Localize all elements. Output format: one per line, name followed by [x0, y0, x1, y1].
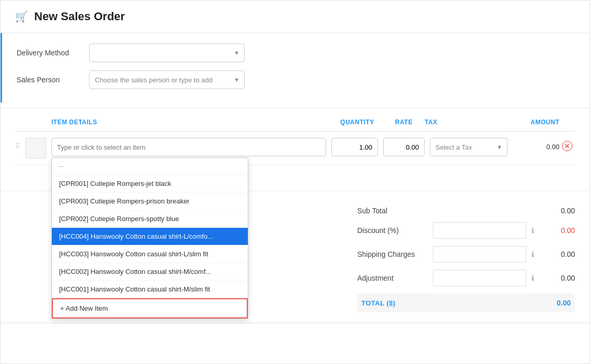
- adjustment-value: 0.00: [539, 274, 575, 282]
- add-new-item-button[interactable]: + Add New Item: [52, 298, 248, 318]
- summary-table: Sub Total 0.00 Discount (%) ℹ 0.00 Shipp…: [357, 207, 575, 312]
- discount-value: 0.00: [539, 226, 575, 235]
- page-footer: [1, 323, 589, 343]
- item-dropdown: ─ [CPR001] Cutiepie Rompers-jet black [C…: [51, 157, 248, 319]
- sales-person-select-wrapper: Choose the sales person or type to add ▼: [89, 70, 245, 89]
- cart-icon: 🛒: [15, 10, 28, 23]
- adjustment-input[interactable]: [433, 270, 526, 286]
- shipping-value: 0.00: [539, 250, 575, 258]
- discount-label: Discount (%): [357, 226, 433, 235]
- rate-input[interactable]: [383, 138, 425, 156]
- delivery-method-select[interactable]: [89, 43, 245, 62]
- dropdown-item-cpr003[interactable]: [CPR003] Cutiepie Rompers-prison breaker: [52, 193, 248, 210]
- dropdown-item-cpr001[interactable]: [CPR001] Cutiepie Rompers-jet black: [52, 175, 248, 193]
- total-label: TOTAL ($): [361, 299, 535, 307]
- delivery-method-label: Delivery Method: [17, 49, 89, 57]
- dropdown-item-cpr002[interactable]: [CPR002] Cutiepie Rompers-spotty blue: [52, 210, 248, 228]
- table-row: ⠿ ─ [CPR001] Cutiepie Rompers-jet black …: [15, 132, 575, 165]
- amount-cell: 0.00: [508, 138, 559, 151]
- page-title: New Sales Order: [34, 10, 125, 23]
- shipping-info-icon: ℹ: [526, 250, 539, 258]
- remove-icon[interactable]: ✕: [562, 141, 572, 151]
- adjustment-info-icon: ℹ: [526, 274, 539, 282]
- adjustment-label: Adjustment: [357, 274, 433, 282]
- quantity-input[interactable]: [331, 138, 378, 156]
- tax-select[interactable]: Select a Tax: [430, 138, 508, 156]
- total-value: 0.00: [535, 299, 571, 307]
- dropdown-item-hcc002[interactable]: [HCC002] Hanswooly Cotton casual shirt-M…: [52, 263, 248, 281]
- discount-info-icon: ℹ: [526, 226, 539, 235]
- sales-person-label: Sales Person: [17, 76, 89, 84]
- dropdown-item[interactable]: ─: [52, 158, 248, 175]
- sales-person-select[interactable]: Choose the sales person or type to add: [89, 70, 245, 89]
- sub-total-label: Sub Total: [357, 207, 526, 215]
- dropdown-item-hcc004[interactable]: [HCC004] Hanswooly Cotton casual shirt-L…: [52, 228, 248, 245]
- item-image: [25, 138, 46, 158]
- shipping-label: Shipping Charges: [357, 250, 433, 258]
- col-header-tax: TAX: [425, 119, 508, 126]
- tax-select-wrapper: Select a Tax ▼: [430, 138, 508, 156]
- col-header-item-details: ITEM DETAILS: [51, 119, 331, 126]
- col-header-amount: AMOUNT: [508, 119, 559, 126]
- discount-input[interactable]: [433, 222, 526, 239]
- dropdown-item-hcc003[interactable]: [HCC003] Hanswooly Cotton casual shirt-L…: [52, 245, 248, 263]
- item-input-wrapper: ─ [CPR001] Cutiepie Rompers-jet black [C…: [51, 138, 326, 156]
- shipping-input[interactable]: [433, 246, 526, 263]
- delivery-method-select-wrapper: ▼: [89, 43, 245, 62]
- col-header-rate: RATE: [383, 119, 425, 126]
- drag-handle-icon[interactable]: ⠿: [15, 142, 25, 150]
- sub-total-value: 0.00: [539, 207, 575, 215]
- col-header-quantity: QUANTITY: [331, 119, 383, 126]
- item-search-input[interactable]: [51, 138, 326, 156]
- remove-item-button[interactable]: ✕: [559, 138, 575, 151]
- dropdown-item-hcc001[interactable]: [HCC001] Hanswooly Cotton casual shirt-M…: [52, 281, 248, 298]
